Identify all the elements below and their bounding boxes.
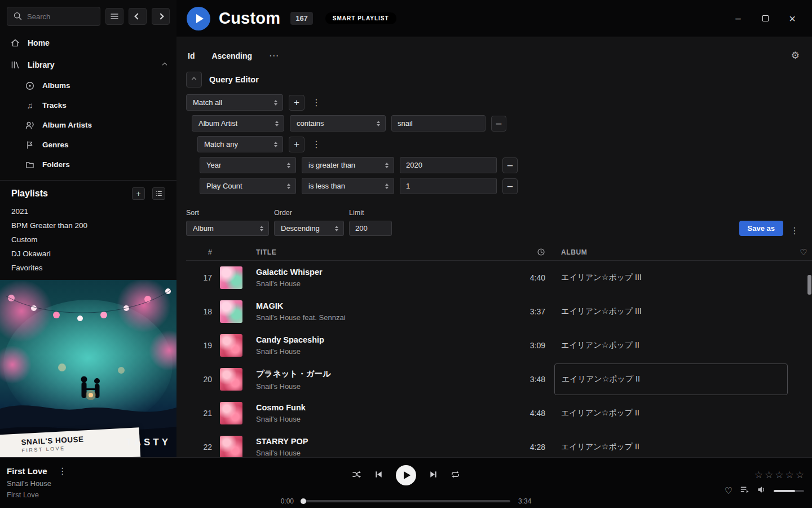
playlist-item[interactable]: 2021 <box>0 204 176 218</box>
track-duration: 3:48 <box>515 375 554 384</box>
track-artist: Snail's House <box>256 415 515 423</box>
sidebar-item-genres[interactable]: Genres <box>0 135 176 155</box>
table-row[interactable]: 17 Galactic Whisper Snail's House 4:40 エ… <box>186 261 812 295</box>
rule-field-select[interactable]: Play Count <box>200 178 296 194</box>
sort-field-button[interactable]: Id <box>188 51 195 60</box>
play-pause-button[interactable] <box>396 465 416 485</box>
group-menu-button[interactable]: ⋮ <box>310 139 323 150</box>
seek-handle[interactable] <box>301 498 306 504</box>
queue-button[interactable] <box>740 485 749 497</box>
save-menu-button[interactable]: ⋮ <box>788 225 801 236</box>
rule-value-input[interactable] <box>400 157 497 173</box>
sort-select[interactable]: Album <box>186 221 269 236</box>
now-playing-artist[interactable]: Snail's House <box>7 479 69 488</box>
star-icon[interactable]: ☆ <box>785 469 794 481</box>
seek-bar[interactable] <box>302 500 510 502</box>
nav-label: Home <box>28 38 50 47</box>
add-rule-button[interactable]: + <box>289 95 304 111</box>
next-track-button[interactable] <box>429 470 438 481</box>
favorite-button[interactable]: ♡ <box>725 485 732 496</box>
save-as-button[interactable]: Save as <box>739 221 783 236</box>
rule-operator-select[interactable]: contains <box>290 115 386 132</box>
table-row[interactable]: 20 プラネット・ガール Snail's House 3:48 エイリアン☆ポッ… <box>186 362 812 396</box>
play-icon <box>404 471 411 479</box>
order-select[interactable]: Descending <box>274 221 344 236</box>
star-icon[interactable]: ☆ <box>754 469 763 481</box>
minimize-button[interactable]: – <box>732 14 744 23</box>
add-rule-button[interactable]: + <box>289 137 304 152</box>
sidebar-item-home[interactable]: Home <box>0 32 176 54</box>
track-artist: Snail's House <box>256 382 515 391</box>
column-index[interactable]: # <box>186 248 220 256</box>
settings-gear-icon[interactable]: ⚙ <box>791 50 800 62</box>
track-album-focused[interactable]: エイリアン☆ポップ II <box>554 364 788 395</box>
queue-icon <box>740 485 749 494</box>
previous-track-button[interactable] <box>374 470 383 481</box>
column-title[interactable]: TITLE <box>249 248 515 256</box>
playlist-item[interactable]: DJ Okawari <box>0 247 176 261</box>
collapse-query-editor-button[interactable] <box>186 72 202 87</box>
shuffle-button[interactable] <box>352 470 361 481</box>
volume-slider[interactable] <box>774 490 804 492</box>
rule-operator-select[interactable]: is less than <box>302 178 394 194</box>
volume-button[interactable] <box>757 485 766 497</box>
search-input[interactable] <box>27 12 94 21</box>
table-row[interactable]: 21 Cosmo Funk Snail's House 4:48 エイリアン☆ポ… <box>186 396 812 430</box>
sort-direction-button[interactable]: Ascending <box>211 51 252 60</box>
forward-button[interactable] <box>152 8 170 25</box>
track-thumbnail <box>220 300 242 323</box>
track-duration: 4:40 <box>515 273 554 282</box>
limit-input[interactable] <box>349 221 392 236</box>
sidebar-item-folders[interactable]: Folders <box>0 155 176 174</box>
play-playlist-button[interactable] <box>187 7 210 30</box>
track-duration: 3:09 <box>515 341 554 350</box>
maximize-button[interactable] <box>759 14 771 23</box>
remove-rule-button[interactable]: – <box>491 116 506 132</box>
more-options-button[interactable]: ⋯ <box>269 50 280 62</box>
track-thumbnail <box>220 436 242 458</box>
playlist-item[interactable]: Favorites <box>0 261 176 275</box>
select-arrows-icon <box>385 163 389 168</box>
rule-value-input[interactable] <box>400 178 497 194</box>
remove-rule-button[interactable]: – <box>502 178 518 194</box>
column-album[interactable]: ALBUM <box>554 248 791 256</box>
table-row[interactable]: 18 MAGIK Snail's House feat. Sennzai 3:3… <box>186 295 812 329</box>
scrollbar-thumb[interactable] <box>807 275 811 295</box>
playlist-item[interactable]: Custom <box>0 233 176 247</box>
repeat-button[interactable] <box>451 470 460 481</box>
match-mode-select[interactable]: Match any <box>197 136 283 152</box>
star-icon[interactable]: ☆ <box>765 469 773 481</box>
collapse-icon[interactable] <box>162 62 167 67</box>
sidebar-item-albums[interactable]: Albums <box>0 76 176 95</box>
remove-rule-button[interactable]: – <box>502 157 518 173</box>
sidebar-item-tracks[interactable]: ♫ Tracks <box>0 95 176 115</box>
rule-field-select[interactable]: Year <box>200 157 296 173</box>
sort-label: Sort <box>186 209 269 217</box>
clock-icon <box>537 248 545 256</box>
sidebar-item-album-artists[interactable]: Album Artists <box>0 115 176 135</box>
table-row[interactable]: 19 Candy Spaceship Snail's House 3:09 エイ… <box>186 329 812 362</box>
rule-operator-select[interactable]: is greater than <box>302 157 394 173</box>
now-playing-title: First Love <box>7 466 47 476</box>
track-title: MAGIK <box>256 301 515 310</box>
playlist-item[interactable]: BPM Greater than 200 <box>0 218 176 233</box>
now-playing-album[interactable]: First Love <box>7 491 69 499</box>
column-duration[interactable] <box>515 248 554 256</box>
match-mode-select[interactable]: Match all <box>186 94 283 111</box>
rule-value-input[interactable] <box>391 115 486 132</box>
heart-icon[interactable]: ♡ <box>791 247 812 257</box>
group-menu-button[interactable]: ⋮ <box>310 97 323 108</box>
menu-button[interactable] <box>105 8 123 25</box>
star-icon[interactable]: ☆ <box>796 469 804 481</box>
star-icon[interactable]: ☆ <box>775 469 783 481</box>
playlist-list-button[interactable] <box>152 187 165 200</box>
close-button[interactable]: × <box>786 13 798 24</box>
search-box[interactable] <box>7 7 100 26</box>
add-playlist-button[interactable]: + <box>132 187 145 200</box>
select-arrows-icon <box>287 183 290 189</box>
now-playing-menu-button[interactable]: ⋮ <box>56 466 69 476</box>
track-duration: 3:37 <box>515 307 554 316</box>
rule-field-select[interactable]: Album Artist <box>192 115 284 132</box>
sidebar-item-library[interactable]: Library <box>0 54 176 76</box>
back-button[interactable] <box>129 8 147 25</box>
